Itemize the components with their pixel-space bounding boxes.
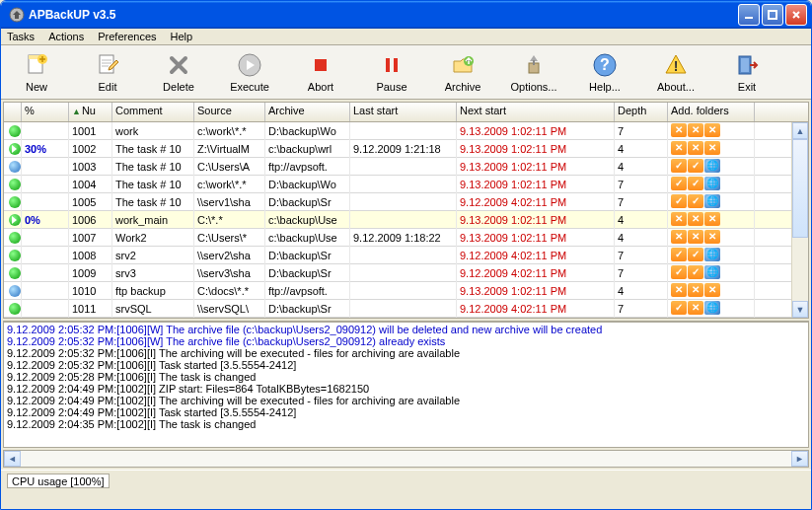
- cell-next-start: 9.12.2009 4:02:11 PM: [457, 264, 615, 282]
- toolbar-label: Abort: [285, 81, 356, 93]
- toolbar-abort-button[interactable]: Abort: [285, 49, 356, 95]
- close-button[interactable]: [785, 4, 807, 26]
- archive-icon: [449, 51, 477, 79]
- table-row[interactable]: 0%1006work_mainC:\*.*c:\backup\Use9.13.2…: [4, 211, 808, 229]
- svg-rect-13: [533, 60, 535, 65]
- cell-comment: work_main: [112, 211, 194, 229]
- titlebar[interactable]: APBackUP v3.5: [1, 1, 811, 29]
- add-globe-icon: 🌐: [704, 159, 720, 173]
- table-row[interactable]: 30%1002The task # 10Z:\VirtualMc:\backup…: [4, 140, 808, 158]
- edit-icon: [94, 51, 121, 79]
- add-check-icon: ✓: [671, 159, 687, 173]
- table-row[interactable]: 1008srv2\\serv2\shaD:\backup\Sr9.12.2009…: [4, 247, 808, 264]
- table-row[interactable]: 1011srvSQL\\servSQL\D:\backup\Sr9.12.200…: [4, 300, 808, 318]
- scroll-up-icon[interactable]: ▲: [792, 122, 808, 139]
- toolbar-about-button[interactable]: !About...: [640, 49, 711, 95]
- scroll-right-icon[interactable]: ►: [791, 451, 808, 467]
- toolbar-options-button[interactable]: Options...: [498, 49, 569, 95]
- cell-archive: D:\backup\Sr: [265, 300, 350, 318]
- horizontal-scrollbar[interactable]: ◄ ►: [3, 450, 809, 468]
- cell-last-start: [350, 264, 457, 282]
- scroll-left-icon[interactable]: ◄: [4, 451, 21, 467]
- status-icon: [9, 125, 21, 137]
- status-icon: [9, 267, 21, 279]
- svg-text:?: ?: [600, 56, 610, 73]
- menu-help[interactable]: Help: [171, 31, 193, 42]
- toolbar-pause-button[interactable]: Pause: [356, 49, 427, 95]
- col-next-start[interactable]: Next start: [457, 103, 615, 121]
- add-check-icon: ✓: [688, 194, 703, 208]
- toolbar-archive-button[interactable]: Archive: [427, 49, 498, 95]
- scroll-thumb[interactable]: [792, 139, 808, 238]
- maximize-button[interactable]: [762, 4, 783, 26]
- col-status[interactable]: [4, 103, 22, 121]
- menu-preferences[interactable]: Preferences: [98, 31, 156, 42]
- cell-archive: c:\backup\Use: [265, 211, 350, 229]
- toolbar-help-button[interactable]: ?Help...: [569, 49, 640, 95]
- table-row[interactable]: 1007Work2C:\Users\*c:\backup\Use9.12.200…: [4, 229, 808, 247]
- add-check-icon: ✓: [671, 265, 687, 279]
- log-panel[interactable]: 9.12.2009 2:05:32 PM:[1006][W] The archi…: [4, 322, 808, 447]
- log-line: 9.12.2009 2:05:32 PM:[1006][I] Task star…: [7, 359, 805, 371]
- minimize-button[interactable]: [738, 4, 760, 26]
- add-x-icon: ✕: [688, 141, 703, 155]
- table-row[interactable]: 1004The task # 10c:\work\*.*D:\backup\Wo…: [4, 176, 808, 193]
- add-x-icon: ✕: [671, 230, 687, 244]
- status-icon: [9, 161, 21, 173]
- cell-archive: D:\backup\Wo: [265, 122, 350, 140]
- svg-rect-8: [315, 59, 327, 71]
- svg-rect-2: [769, 11, 776, 19]
- toolbar-label: About...: [640, 81, 711, 93]
- grid-panel: % ▲Nu Comment Source Archive Last start …: [3, 102, 809, 319]
- add-check-icon: ✓: [671, 248, 687, 261]
- log-line: 9.12.2009 2:04:35 PM:[1002][I] The task …: [7, 418, 805, 430]
- status-icon: [9, 143, 21, 155]
- toolbar-label: Exit: [711, 81, 782, 93]
- add-x-icon: ✕: [671, 283, 687, 297]
- cell-depth: 4: [615, 229, 668, 247]
- table-row[interactable]: 1009srv3\\serv3\shaD:\backup\Sr9.12.2009…: [4, 264, 808, 282]
- add-globe-icon: 🌐: [704, 265, 720, 279]
- log-line: 9.12.2009 2:05:32 PM:[1006][W] The archi…: [7, 335, 805, 347]
- cell-next-start: 9.13.2009 1:02:11 PM: [457, 176, 615, 193]
- add-globe-icon: 🌐: [704, 177, 720, 190]
- col-percent[interactable]: %: [22, 103, 69, 121]
- col-add-folders[interactable]: Add. folders: [668, 103, 755, 121]
- cell-next-start: 9.13.2009 1:02:11 PM: [457, 282, 615, 300]
- scroll-down-icon[interactable]: ▼: [792, 301, 808, 318]
- add-x-icon: ✕: [688, 123, 703, 137]
- svg-text:!: !: [674, 58, 679, 74]
- menu-actions[interactable]: Actions: [48, 31, 84, 42]
- cell-next-start: 9.12.2009 4:02:11 PM: [457, 300, 615, 318]
- add-x-icon: ✕: [688, 230, 703, 244]
- task-grid[interactable]: % ▲Nu Comment Source Archive Last start …: [4, 103, 808, 318]
- cell-add-folders: ✕✕✕: [668, 211, 755, 229]
- col-number[interactable]: ▲Nu: [69, 103, 112, 121]
- cell-source: \\serv3\sha: [194, 264, 265, 282]
- table-row[interactable]: 1010ftp backupC:\docs\*.*ftp://avpsoft.9…: [4, 282, 808, 300]
- grid-vscroll[interactable]: ▲ ▼: [791, 122, 808, 318]
- toolbar: NewEditDeleteExecuteAbortPauseArchiveOpt…: [1, 45, 811, 100]
- toolbar-edit-button[interactable]: Edit: [72, 49, 143, 95]
- cell-last-start: [350, 122, 457, 140]
- status-icon: [9, 214, 21, 226]
- toolbar-delete-button[interactable]: Delete: [143, 49, 214, 95]
- col-last-start[interactable]: Last start: [350, 103, 457, 121]
- table-row[interactable]: 1003The task # 10C:\Users\Aftp://avpsoft…: [4, 158, 808, 176]
- cell-number: 1003: [69, 158, 112, 176]
- col-depth[interactable]: Depth: [615, 103, 668, 121]
- table-row[interactable]: 1005The task # 10\\serv1\shaD:\backup\Sr…: [4, 193, 808, 211]
- col-source[interactable]: Source: [194, 103, 265, 121]
- table-row[interactable]: 1001workc:\work\*.*D:\backup\Wo9.13.2009…: [4, 122, 808, 140]
- col-archive[interactable]: Archive: [265, 103, 350, 121]
- col-comment[interactable]: Comment: [112, 103, 194, 121]
- toolbar-exit-button[interactable]: Exit: [711, 49, 782, 95]
- cell-depth: 4: [615, 282, 668, 300]
- cell-source: C:\Users\*: [194, 229, 265, 247]
- menu-tasks[interactable]: Tasks: [7, 31, 35, 42]
- toolbar-execute-button[interactable]: Execute: [214, 49, 285, 95]
- scroll-track[interactable]: [21, 451, 791, 467]
- add-x-icon: ✕: [704, 141, 720, 155]
- toolbar-label: Help...: [569, 81, 640, 93]
- toolbar-new-button[interactable]: New: [1, 49, 72, 95]
